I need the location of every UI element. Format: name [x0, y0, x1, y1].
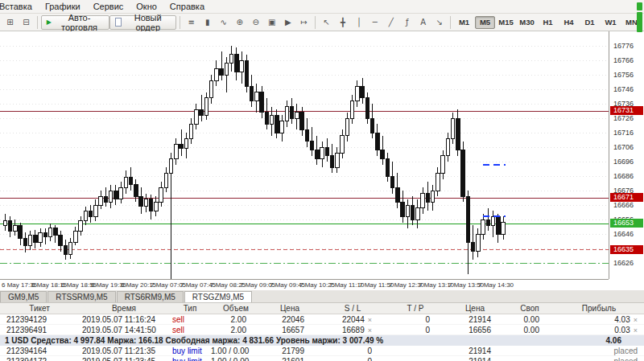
fibonacci-button[interactable]: ƒ [399, 15, 415, 30]
col-profit[interactable]: Прибыль [554, 304, 644, 313]
timeframe-h4-button[interactable]: H4 [559, 16, 579, 29]
auto-trade-label: Авто-торговля [55, 13, 104, 32]
col-price[interactable]: Цена [261, 304, 319, 313]
col-volume[interactable]: Объем [211, 304, 261, 313]
arrow-tool-button[interactable]: ↘ [431, 15, 447, 30]
text-label-icon: A [420, 18, 426, 27]
cell-volume: 1.00 / 0.00 [211, 347, 261, 355]
timeframe-group: M1M5M15M30H1H4D1W1MN [454, 16, 642, 29]
position-row[interactable]: 2123964912019.05.07 14:41:50sell2.001665… [0, 325, 644, 335]
menu-item-0[interactable]: Вставка [0, 1, 39, 12]
auto-trade-button[interactable]: ▶ Авто-торговля [41, 15, 109, 30]
col-swap[interactable]: Своп [506, 304, 554, 313]
candlestick-chart-mode-button[interactable]: ▮ [200, 15, 215, 30]
tile-windows-button[interactable]: ▣ [264, 15, 279, 30]
horizontal-line-icon: ─ [373, 18, 378, 27]
timeframe-d1-button[interactable]: D1 [580, 16, 600, 29]
cell-price2: 21914 [444, 315, 506, 324]
col-type[interactable]: Тип [169, 304, 211, 313]
price-axis[interactable]: 1677616766167561674616736167261671616706… [609, 31, 644, 279]
col-sl[interactable]: S / L [319, 304, 386, 313]
timeframe-m1-button[interactable]: M1 [454, 16, 474, 29]
menu-item-2[interactable]: Сервис [87, 1, 130, 12]
chart-tab-0[interactable]: GM9,M5 [0, 291, 47, 302]
cell-type: sell [169, 326, 211, 334]
cell-tp: 0 [386, 326, 444, 334]
chart-shift-icon: ↦ [301, 18, 308, 27]
chart-tab-3[interactable]: RTSGZM9,M5 [184, 291, 252, 302]
price-axis-label: 16766 [613, 56, 634, 64]
cell-profit: 0.03× [554, 326, 644, 334]
chart-shift-button[interactable]: ↦ [296, 15, 312, 30]
trendline-button[interactable]: ╱ [383, 15, 398, 30]
line-chart-button[interactable]: ∿ [216, 15, 231, 30]
zoom-in-button[interactable]: ⊕ [232, 15, 247, 30]
chart-tab-1[interactable]: RTSSRM9,M5 [47, 291, 115, 302]
bar-chart-button[interactable]: ≡ [184, 15, 199, 30]
close-x-icon[interactable]: × [368, 316, 372, 324]
fibonacci-icon: ƒ [406, 18, 409, 27]
new-order-button[interactable]: Новый ордер [109, 15, 176, 30]
price-axis-label: 16686 [613, 172, 634, 180]
order-row[interactable]: 2123941642019.05.07 11:21:35buy limit1.0… [0, 346, 644, 356]
toolbar-separator [180, 16, 180, 29]
cell-price: 16657 [261, 326, 319, 334]
timeframe-m5-button[interactable]: M5 [475, 16, 495, 29]
cell-volume: 1.00 / 0.00 [211, 357, 261, 361]
timeframe-m15-button[interactable]: M15 [496, 16, 516, 29]
chart-area: 1677616766167561674616736167261671616706… [0, 31, 644, 290]
menu-item-3[interactable]: Окно [130, 1, 163, 12]
cell-price: 22046 [261, 315, 319, 324]
new-chart-button[interactable]: ⊞ [2, 15, 18, 30]
cell-ticket: 212394172 [0, 357, 79, 361]
order-row[interactable]: 2123941722019.05.07 11:23:45buy limit1.0… [0, 356, 644, 361]
col-ticket[interactable]: Тикет [0, 304, 79, 313]
toolbar-group-left: ⊞⊟ [2, 15, 34, 30]
time-axis[interactable]: 6 May 17:356 May 18:156 May 18:556 May 1… [0, 279, 609, 290]
green-strip [637, 2, 642, 10]
price-axis-label: 16666 [613, 201, 634, 209]
col-tp[interactable]: T / P [386, 304, 444, 313]
cell-volume: 2.00 [211, 315, 261, 324]
terminal-header: Тикет Время Тип Объем Цена S / L T / P Ц… [0, 303, 644, 314]
timeframe-w1-button[interactable]: W1 [601, 16, 621, 29]
horizontal-line-button[interactable]: ─ [367, 15, 382, 30]
timeframe-h1-button[interactable]: H1 [538, 16, 558, 29]
chart-profiles-button[interactable]: ⊟ [19, 15, 34, 30]
new-chart-icon: ⊞ [6, 18, 13, 27]
close-x-icon[interactable]: × [634, 326, 638, 334]
cell-price2: 21914 [444, 347, 506, 355]
terminal-rows: 2123941292019.05.07 11:16:24sell2.002204… [0, 314, 644, 361]
zoom-out-icon: ⊖ [253, 18, 259, 27]
vertical-line-icon: │ [357, 18, 361, 27]
candlestick-chart[interactable] [0, 31, 609, 279]
chart-tab-2[interactable]: RTS6RM9,M5 [117, 291, 184, 302]
cell-price2: 21914 [444, 357, 506, 361]
toolbar-group-tools: ↖╋│─╱ƒA↘ [319, 15, 447, 30]
terminal-panel: Тикет Время Тип Объем Цена S / L T / P Ц… [0, 303, 644, 361]
crosshair-button[interactable]: ╋ [335, 15, 350, 30]
cell-time: 2019.05.07 14:41:50 [79, 326, 169, 334]
play-icon: ▶ [47, 18, 52, 26]
zoom-out-button[interactable]: ⊖ [248, 15, 263, 30]
close-x-icon[interactable]: × [368, 326, 372, 334]
menu-item-4[interactable]: Справка [163, 1, 211, 12]
vertical-line-button[interactable]: │ [351, 15, 366, 30]
cell-time: 2019.05.07 11:21:35 [79, 347, 169, 355]
cursor-button[interactable]: ↖ [319, 15, 334, 30]
close-x-icon[interactable]: × [634, 316, 638, 324]
toolbar-separator [450, 16, 451, 29]
text-label-button[interactable]: A [415, 15, 431, 30]
timeframe-m30-button[interactable]: M30 [517, 16, 537, 29]
candlestick-chart-mode-icon: ▮ [205, 18, 210, 27]
col-price2[interactable]: Цена [444, 304, 506, 313]
position-row[interactable]: 2123941292019.05.07 11:16:24sell2.002204… [0, 314, 644, 325]
toolbar-separator [37, 16, 38, 29]
level-lines [0, 111, 609, 263]
auto-scroll-button[interactable]: ▶ [280, 15, 295, 30]
balance-row[interactable]: 1 USD Средства: 4 997.84 Маржа: 166.18 С… [0, 335, 644, 346]
chart-profiles-icon: ⊟ [23, 18, 29, 27]
balance-profit: 4.06 [606, 336, 644, 345]
col-time[interactable]: Время [79, 304, 169, 313]
menu-item-1[interactable]: Графики [39, 1, 87, 12]
